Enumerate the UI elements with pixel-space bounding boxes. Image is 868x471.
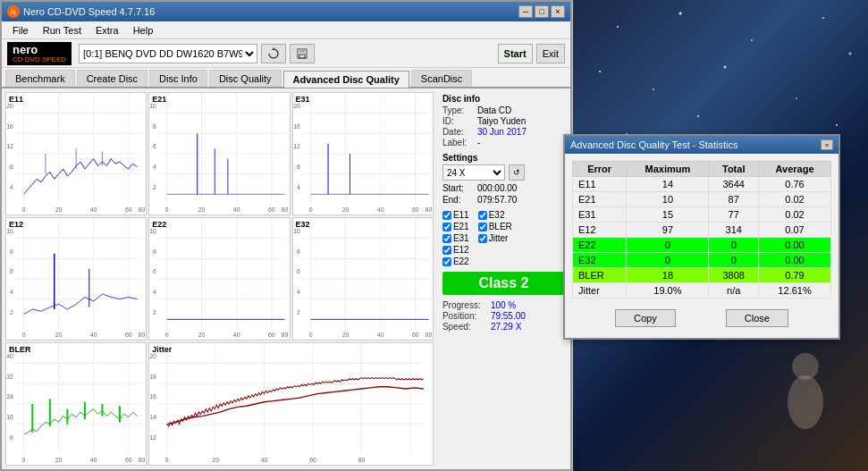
checkboxes-section: E11 E32 E21 B: [442, 210, 565, 266]
chart-bler: BLER 40 32 24 16: [5, 342, 147, 466]
tab-disc-quality[interactable]: Disc Quality: [209, 70, 282, 87]
svg-text:20: 20: [213, 455, 220, 464]
start-time-value: 000:00.00: [477, 183, 518, 193]
svg-text:0: 0: [22, 205, 26, 214]
tab-disc-info[interactable]: Disc Info: [149, 70, 207, 87]
disc-info-section: Disc info Type: Data CD ID: Taiyo Yuden …: [442, 94, 565, 147]
table-row: E2110870.02: [573, 192, 831, 207]
checkbox-e22[interactable]: [442, 257, 451, 266]
svg-point-12: [836, 124, 838, 126]
cell-maximum: 19.0%: [627, 283, 709, 299]
checkbox-e21[interactable]: [442, 223, 451, 231]
cell-error: E31: [573, 207, 627, 223]
svg-text:60: 60: [268, 330, 275, 339]
menu-extra[interactable]: Extra: [88, 23, 126, 38]
chart-e31: E31 20 16 12 8: [292, 92, 434, 215]
close-button[interactable]: ×: [551, 5, 565, 18]
drive-select[interactable]: [0:1] BENQ DVD DD DW1620 B7W9: [79, 44, 257, 63]
speed-refresh-btn[interactable]: ↺: [509, 164, 525, 181]
svg-text:2: 2: [297, 307, 300, 316]
cell-average: 0.00: [759, 253, 831, 268]
checkbox-e31[interactable]: [442, 234, 451, 243]
svg-rect-17: [299, 49, 305, 53]
svg-text:0: 0: [165, 205, 169, 214]
svg-text:20: 20: [341, 330, 349, 339]
checkbox-e11[interactable]: [442, 211, 451, 220]
col-total: Total: [709, 162, 759, 177]
stats-buttons: Copy Close: [572, 306, 831, 331]
svg-text:60: 60: [309, 455, 316, 464]
exit-button[interactable]: Exit: [536, 44, 565, 63]
svg-point-1: [679, 13, 682, 15]
cell-total: n/a: [709, 283, 759, 299]
svg-text:60: 60: [125, 205, 132, 214]
cell-error: Jitter: [573, 283, 627, 299]
stats-title-bar: Advanced Disc Quality Test - Statistics …: [565, 136, 839, 154]
position-label: Position:: [442, 311, 487, 321]
cell-error: E32: [573, 253, 627, 268]
cell-error: E11: [573, 177, 627, 192]
cell-total: 77: [709, 207, 759, 223]
cell-total: 3808: [709, 268, 759, 283]
id-label: ID:: [442, 116, 474, 126]
cell-maximum: 18: [627, 268, 709, 283]
cell-average: 0.02: [759, 192, 831, 207]
svg-text:60: 60: [268, 205, 275, 214]
cell-maximum: 15: [627, 207, 709, 223]
menu-run-test[interactable]: Run Test: [36, 23, 88, 38]
svg-rect-18: [299, 55, 305, 58]
cell-error: E22: [573, 238, 627, 253]
tab-advanced-disc-quality[interactable]: Advanced Disc Quality: [283, 71, 409, 88]
svg-text:40: 40: [376, 205, 383, 214]
svg-text:80: 80: [425, 205, 432, 214]
svg-text:16: 16: [150, 392, 157, 401]
window-title: Nero CD-DVD Speed 4.7.7.16: [23, 6, 155, 17]
chart-jitter: Jitter 20 18: [148, 342, 434, 466]
checkbox-e32[interactable]: [478, 211, 487, 220]
copy-button[interactable]: Copy: [615, 309, 676, 327]
svg-text:40: 40: [376, 330, 383, 339]
chart-e31-label: E31: [296, 95, 310, 104]
tab-benchmark[interactable]: Benchmark: [5, 70, 75, 87]
tab-scandisc[interactable]: ScanDisc: [411, 70, 472, 87]
chart-e21-label: E21: [152, 95, 166, 104]
svg-text:4: 4: [10, 288, 13, 297]
tab-create-disc[interactable]: Create Disc: [77, 70, 147, 87]
maximize-button[interactable]: □: [535, 5, 549, 18]
cell-average: 0.76: [759, 177, 831, 192]
svg-text:60: 60: [125, 330, 132, 339]
chart-jitter-label: Jitter: [152, 345, 172, 354]
svg-text:6: 6: [10, 267, 13, 276]
chart-e12-label: E12: [9, 220, 23, 229]
stats-close-button[interactable]: Close: [726, 309, 788, 327]
charts-area: E11 20 16: [2, 88, 437, 469]
svg-text:4: 4: [297, 182, 300, 191]
checkbox-jitter[interactable]: [478, 234, 487, 243]
svg-text:8: 8: [153, 122, 156, 130]
type-label: Type:: [442, 105, 474, 115]
table-row: E22000.00: [573, 238, 831, 253]
svg-text:0: 0: [308, 205, 312, 214]
checkbox-e12[interactable]: [442, 246, 451, 255]
cell-average: 0.79: [759, 268, 831, 283]
start-button[interactable]: Start: [498, 44, 533, 63]
content-area: E11 20 16: [2, 88, 570, 469]
svg-text:0: 0: [165, 330, 169, 339]
minimize-button[interactable]: ─: [518, 5, 533, 18]
menu-help[interactable]: Help: [126, 23, 161, 38]
cell-total: 0: [709, 238, 759, 253]
refresh-button[interactable]: [261, 44, 286, 63]
chart-e12: E12 10 8 6 4: [5, 217, 147, 341]
menu-file[interactable]: File: [5, 23, 36, 38]
svg-text:0: 0: [165, 455, 169, 464]
svg-text:18: 18: [150, 372, 157, 381]
cell-error: BLER: [573, 268, 627, 283]
speed-select[interactable]: 24 X: [442, 164, 505, 181]
checkbox-bler[interactable]: [478, 223, 487, 231]
stats-close-icon[interactable]: ×: [821, 139, 833, 150]
svg-point-13: [788, 375, 823, 429]
cell-total: 87: [709, 192, 759, 207]
svg-point-5: [599, 71, 601, 72]
save-button[interactable]: [290, 44, 315, 63]
label-label: Label:: [442, 138, 474, 147]
